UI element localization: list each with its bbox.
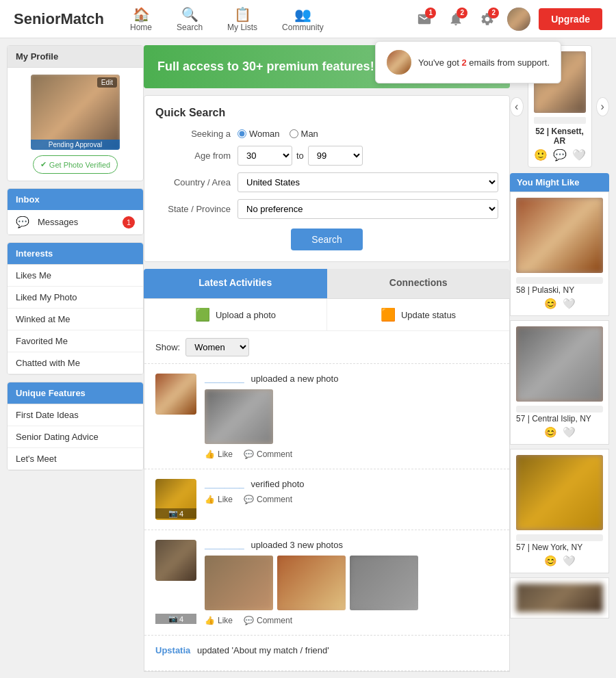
- edit-photo-button[interactable]: Edit: [97, 77, 117, 88]
- chatted-with-me-item[interactable]: Chatted with Me: [8, 352, 143, 374]
- upload-icon: 🟩: [195, 307, 210, 322]
- search-nav-icon: 🔍: [181, 6, 198, 23]
- activity-content-4: Upstatia updated 'About my match / frien…: [155, 645, 498, 661]
- activity-user-1[interactable]: ________: [205, 374, 244, 384]
- winked-at-me-item[interactable]: Winked at Me: [8, 309, 143, 330]
- suggestion-photo-2[interactable]: [516, 326, 603, 402]
- mail-icon-btn[interactable]: 1: [413, 8, 436, 31]
- woman-option[interactable]: Woman: [238, 129, 280, 139]
- comment-button-3[interactable]: 💬 Comment: [244, 616, 292, 625]
- activity-content-2: ________ verified photo 👍 Like 💬 Comment: [205, 479, 498, 520]
- activity-photo-item: [205, 389, 273, 444]
- heart-icon-3[interactable]: 🤍: [563, 555, 576, 567]
- suggestion-actions-2: 😊 🤍: [516, 426, 603, 439]
- suggestion-photo-3[interactable]: [516, 455, 603, 530]
- suggestion-card-4: [510, 577, 609, 618]
- upgrade-button[interactable]: Upgrade: [539, 8, 602, 30]
- suggestion-photo-1[interactable]: [516, 198, 603, 273]
- smile-icon-1[interactable]: 😊: [544, 298, 557, 310]
- smile-icon-2[interactable]: 😊: [544, 426, 557, 439]
- nav-community-label: Community: [282, 23, 324, 32]
- messages-item[interactable]: 💬 Messages 1: [8, 210, 143, 235]
- profile-photo[interactable]: Edit Pending Approval: [31, 75, 120, 150]
- age-to-select[interactable]: 99: [308, 146, 363, 166]
- activity-user-3[interactable]: ________: [205, 540, 244, 550]
- state-label: State / Province: [155, 204, 231, 214]
- age-label: Age from: [155, 151, 231, 161]
- avatar-btn[interactable]: [507, 8, 530, 31]
- age-from-select[interactable]: 30: [238, 146, 292, 166]
- like-button-1[interactable]: 👍 Like: [205, 449, 233, 459]
- user-thumb-1[interactable]: [155, 374, 196, 415]
- user-thumb-container-2: 📷4: [155, 479, 196, 520]
- photo-count-2: 📷4: [155, 508, 196, 519]
- country-select[interactable]: United States: [238, 172, 498, 192]
- update-status-action[interactable]: 🟧 Update status: [327, 299, 509, 330]
- support-avatar: [387, 50, 411, 75]
- message-icon: 💬: [16, 216, 29, 229]
- upload-photo-action[interactable]: 🟩 Upload a photo: [144, 299, 327, 330]
- likes-me-item[interactable]: Likes Me: [8, 265, 143, 287]
- tab-connections[interactable]: Connections: [327, 269, 511, 298]
- like-button-3[interactable]: 👍 Like: [205, 616, 233, 625]
- get-verified-button[interactable]: ✔ Get Photo Verified: [33, 155, 118, 174]
- suggestion-card-2: 57 | Central Islip, NY 😊 🤍: [510, 320, 609, 445]
- man-option[interactable]: Man: [290, 129, 318, 139]
- tab-latest-activities[interactable]: Latest Activities: [144, 269, 327, 298]
- gear-badge: 2: [488, 8, 499, 18]
- nav-search-label: Search: [177, 23, 203, 32]
- liked-my-photo-item[interactable]: Liked My Photo: [8, 287, 143, 309]
- next-arrow[interactable]: ›: [596, 97, 610, 116]
- activity-text-2: ________ verified photo: [205, 479, 498, 489]
- photo-count-3: 📷4: [155, 614, 196, 624]
- man-radio[interactable]: [290, 129, 298, 138]
- messages-label: Messages: [38, 217, 78, 227]
- country-label: Country / Area: [155, 177, 231, 187]
- activity-section: 🟩 Upload a photo 🟧 Update status Show: W…: [144, 298, 510, 672]
- senior-dating-advice-item[interactable]: Senior Dating Advice: [8, 426, 143, 448]
- update-status-label: Update status: [401, 310, 456, 320]
- bell-badge: 2: [457, 8, 467, 18]
- you-might-like-title: You Might Like: [510, 173, 609, 192]
- interests-title: Interests: [8, 243, 143, 265]
- activity-reactions-1: 👍 Like 💬 Comment: [205, 449, 498, 459]
- nav-mylists[interactable]: 📋 My Lists: [222, 3, 263, 35]
- profile-area: Edit Pending Approval ✔ Get Photo Verifi…: [8, 68, 143, 181]
- inbox-section: Inbox 💬 Messages 1: [7, 188, 144, 235]
- suggestion-info-1: 58 | Pulaski, NY: [516, 285, 603, 295]
- comment-button-1[interactable]: 💬 Comment: [244, 449, 292, 459]
- message-icon-featured[interactable]: 💬: [553, 148, 567, 161]
- state-select[interactable]: No preference: [238, 199, 498, 219]
- suggestion-card-3: 57 | New York, NY 😊 🤍: [510, 449, 609, 573]
- smile-icon-3[interactable]: 😊: [544, 555, 557, 567]
- first-date-ideas-item[interactable]: First Date Ideas: [8, 404, 143, 426]
- seeking-options: Woman Man: [238, 129, 318, 139]
- activity-content-1: ________ uploaded a new photo 👍 Like 💬 C…: [205, 374, 498, 459]
- favorited-me-item[interactable]: Favorited Me: [8, 330, 143, 352]
- woman-radio[interactable]: [238, 129, 246, 138]
- activity-user-2[interactable]: ________: [205, 479, 244, 489]
- search-button[interactable]: Search: [291, 229, 362, 250]
- smile-icon[interactable]: 🙂: [534, 148, 548, 161]
- header: SeniorMatch 🏠 Home 🔍 Search 📋 My Lists 👥…: [0, 0, 616, 38]
- show-select[interactable]: Women Men Everyone: [185, 338, 249, 356]
- nav-home[interactable]: 🏠 Home: [125, 3, 157, 35]
- featured-info: 52 | Kensett, AR: [534, 127, 586, 146]
- heart-icon-2[interactable]: 🤍: [563, 426, 576, 439]
- prev-arrow[interactable]: ‹: [510, 97, 524, 116]
- right-sidebar: ‹ 52 | Kensett, AR 🙂 💬 🤍 › You Might Lik…: [510, 45, 609, 672]
- age-inputs: 30 to 99: [238, 146, 363, 166]
- user-thumb-3[interactable]: [155, 540, 196, 581]
- nav-search[interactable]: 🔍 Search: [171, 3, 208, 35]
- heart-icon-1[interactable]: 🤍: [563, 298, 576, 310]
- like-button-2[interactable]: 👍 Like: [205, 495, 233, 504]
- logo: SeniorMatch: [14, 10, 104, 28]
- nav-community[interactable]: 👥 Community: [277, 3, 329, 35]
- activity-user-4[interactable]: Upstatia: [155, 645, 190, 655]
- comment-button-2[interactable]: 💬 Comment: [244, 495, 292, 504]
- bell-icon-btn[interactable]: 2: [444, 8, 467, 31]
- age-to-separator: to: [296, 151, 304, 161]
- gear-icon-btn[interactable]: 2: [476, 8, 499, 31]
- heart-icon-featured[interactable]: 🤍: [572, 148, 586, 161]
- lets-meet-item[interactable]: Let's Meet: [8, 448, 143, 470]
